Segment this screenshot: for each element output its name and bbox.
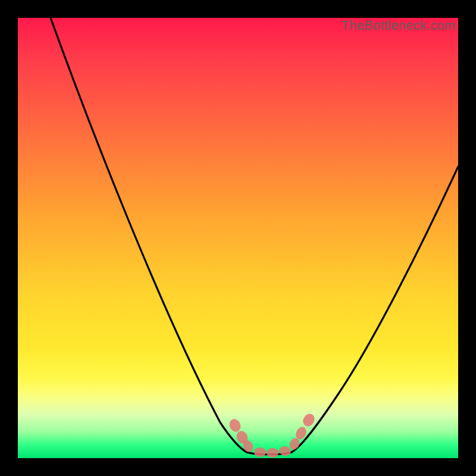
bottleneck-curve <box>18 18 458 458</box>
right-curve <box>292 167 458 452</box>
marker <box>254 447 266 457</box>
marker <box>267 448 278 458</box>
marker <box>301 412 317 428</box>
chart-plot-area <box>18 18 458 458</box>
marker-group <box>227 412 317 458</box>
left-curve <box>51 18 247 452</box>
watermark-text: TheBottleneck.com <box>342 18 456 33</box>
